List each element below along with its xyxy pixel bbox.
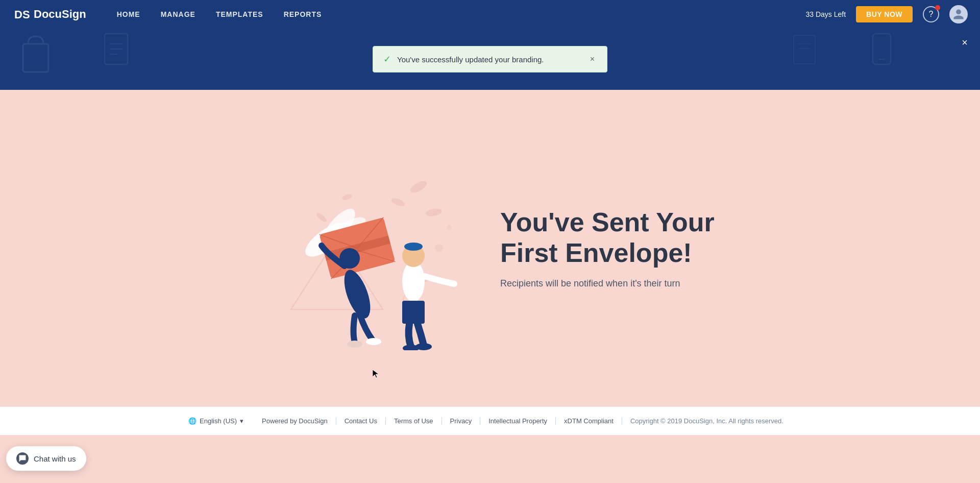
navbar-right: 33 Days Left BUY NOW ? [805,5,968,23]
intellectual-property-link[interactable]: Intellectual Property [480,417,556,425]
notification-dot [935,5,940,10]
help-button[interactable]: ? [923,6,939,22]
contact-us-link[interactable]: Contact Us [336,417,386,425]
main-content: You've Sent Your First Envelope! Recipie… [0,90,980,406]
globe-icon: 🌐 [188,417,197,425]
navbar: DS DocuSign HOME MANAGE TEMPLATES REPORT… [0,0,980,29]
chat-label: Chat with us [34,454,76,463]
toast-notification: ✓ You've successfully updated your brand… [373,46,607,73]
svg-point-15 [425,207,443,217]
nav-reports[interactable]: REPORTS [284,10,322,18]
svg-point-37 [404,243,423,251]
content-wrapper: You've Sent Your First Envelope! Recipie… [184,126,796,371]
footer: 🌐 English (US) ▾ Powered by DocuSign Con… [0,406,980,435]
nav-home[interactable]: HOME [117,10,140,18]
language-selector[interactable]: 🌐 English (US) ▾ [188,417,243,425]
language-label: English (US) [200,417,237,425]
banner-close-button[interactable]: × [962,37,968,49]
svg-point-33 [347,341,362,348]
nav-manage[interactable]: MANAGE [161,10,195,18]
svg-point-16 [315,211,328,223]
terms-link[interactable]: Terms of Use [386,417,442,425]
logo-text: DocuSign [34,8,86,21]
copyright-text: Copyright © 2019 DocuSign, Inc. All righ… [622,417,792,425]
banner: ✓ You've successfully updated your brand… [0,29,980,90]
success-text-block: You've Sent Your First Envelope! Recipie… [500,207,725,289]
svg-rect-2 [23,44,48,72]
chat-widget[interactable]: Chat with us [6,446,86,471]
toast-message: You've successfully updated your brandin… [397,55,582,64]
privacy-link[interactable]: Privacy [442,417,481,425]
success-illustration [255,146,470,350]
success-title: You've Sent Your First Envelope! [500,207,725,269]
svg-rect-9 [794,35,815,64]
buy-now-button[interactable]: BUY NOW [856,6,913,22]
svg-point-32 [366,338,381,345]
chat-bubble-icon [16,452,29,465]
xdtm-link[interactable]: xDTM Compliant [556,417,622,425]
logo[interactable]: DS DocuSign [12,5,86,23]
nav-items: HOME MANAGE TEMPLATES REPORTS [117,10,806,18]
svg-point-18 [435,244,443,252]
svg-point-17 [341,193,353,201]
chevron-down-icon: ▾ [240,417,243,425]
days-left-label: 33 Days Left [805,10,846,18]
user-avatar[interactable] [949,5,968,23]
toast-close-button[interactable]: × [588,55,597,64]
svg-text:DS: DS [14,8,30,21]
svg-point-14 [390,197,406,208]
svg-point-19 [447,225,452,230]
success-subtitle: Recipients will be notified when it's th… [500,278,725,289]
svg-point-13 [408,179,428,195]
nav-templates[interactable]: TEMPLATES [216,10,263,18]
svg-rect-35 [402,301,425,324]
toast-check-icon: ✓ [383,54,391,65]
powered-by-link: Powered by DocuSign [254,417,336,425]
